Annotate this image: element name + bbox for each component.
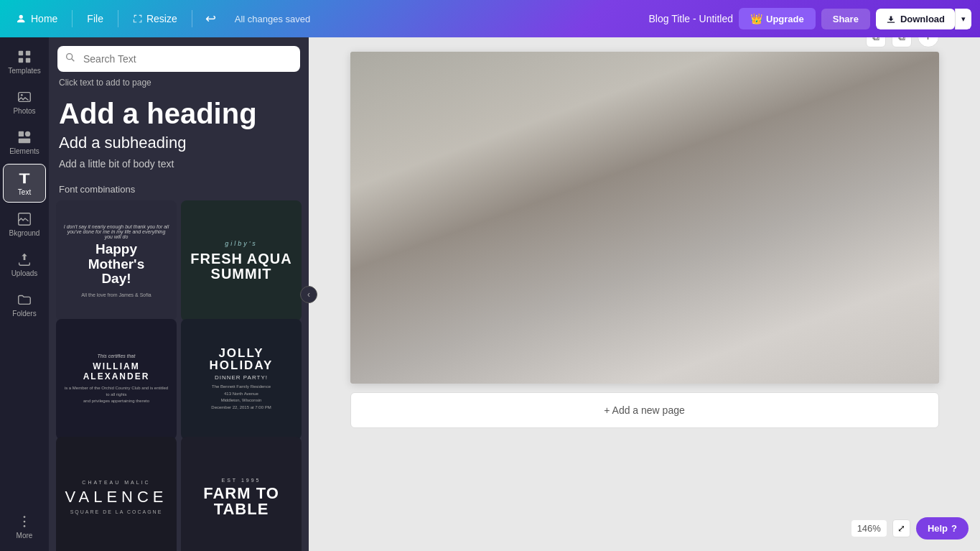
search-icon bbox=[65, 52, 76, 66]
svg-rect-9 bbox=[19, 139, 31, 143]
mothers-main-text: HappyMother'sDay! bbox=[88, 242, 144, 287]
text-options: Add a heading Add a subheading Add a lit… bbox=[49, 95, 309, 178]
help-button[interactable]: Help ? bbox=[916, 517, 969, 540]
canvas-top-toolbar: ⧉ ⧉ + bbox=[866, 37, 939, 47]
font-card-valence[interactable]: CHATEAU MALIC VALENCE SQUARE DE LA COCAG… bbox=[56, 437, 177, 551]
text-icon bbox=[17, 170, 32, 186]
add-heading-button[interactable]: Add a heading bbox=[59, 98, 299, 129]
svg-rect-7 bbox=[19, 131, 24, 136]
svg-point-6 bbox=[21, 94, 23, 96]
add-body-button[interactable]: Add a little bit of body text bbox=[59, 158, 299, 170]
main-content: Templates Photos Elements Text Bkground … bbox=[0, 37, 980, 551]
sidebar-item-background[interactable]: Bkground bbox=[3, 205, 46, 243]
resize-label: Resize bbox=[146, 13, 177, 24]
search-input[interactable] bbox=[57, 46, 300, 72]
home-label: Home bbox=[31, 13, 57, 24]
download-label: Download bbox=[900, 14, 945, 24]
sidebar-icons: Templates Photos Elements Text Bkground … bbox=[0, 37, 49, 551]
uploads-label: Uploads bbox=[11, 269, 38, 277]
jolly-details: The Bennett Family Residence413 North Av… bbox=[211, 384, 271, 411]
image-icon bbox=[17, 89, 32, 105]
doc-title: Blog Title - Untitled bbox=[649, 13, 734, 24]
jolly-sub: DINNER PARTY! bbox=[215, 374, 268, 381]
sidebar-item-uploads[interactable]: Uploads bbox=[3, 246, 46, 283]
font-card-jolly-holiday[interactable]: JOLLYHOLIDAY DINNER PARTY! The Bennett F… bbox=[181, 319, 302, 440]
download-button[interactable]: Download bbox=[876, 9, 955, 29]
farm-est: EST 1995 bbox=[221, 478, 261, 483]
sidebar-item-more[interactable]: More bbox=[3, 508, 46, 545]
upload-icon bbox=[17, 251, 32, 267]
folders-label: Folders bbox=[12, 310, 36, 318]
william-desc: is a Member of the Orchid Country Club a… bbox=[63, 385, 169, 404]
grid-icon bbox=[17, 49, 32, 65]
text-label: Text bbox=[18, 188, 31, 196]
svg-rect-0 bbox=[887, 22, 895, 22]
william-cert: This certifies that bbox=[98, 353, 136, 358]
add-page-label: + Add a new page bbox=[604, 404, 685, 416]
text-panel: Click text to add to page Add a heading … bbox=[49, 37, 309, 551]
zoom-level: 146% bbox=[851, 520, 887, 537]
svg-rect-4 bbox=[26, 58, 30, 62]
elements-label: Elements bbox=[9, 147, 39, 155]
svg-rect-1 bbox=[19, 51, 23, 55]
topbar-left: Home File Resize ↩ All changes saved bbox=[9, 8, 643, 29]
jolly-main: JOLLYHOLIDAY bbox=[210, 347, 274, 371]
file-button[interactable]: File bbox=[78, 9, 112, 29]
font-card-fresh-aqua[interactable]: gilby's FRESH AQUASUMMIT bbox=[181, 200, 302, 321]
svg-line-15 bbox=[72, 59, 75, 62]
download-group: Download ▾ bbox=[876, 9, 971, 29]
add-subheading-button[interactable]: Add a subheading bbox=[59, 134, 299, 152]
sidebar-item-folders[interactable]: Folders bbox=[3, 286, 46, 323]
background-label: Bkground bbox=[9, 229, 40, 237]
share-button[interactable]: Share bbox=[821, 9, 870, 29]
save-status: All changes saved bbox=[235, 14, 311, 24]
upgrade-button[interactable]: 👑 Upgrade bbox=[739, 8, 816, 29]
font-card-farm-to-table[interactable]: EST 1995 FARM TOTABLE bbox=[181, 437, 302, 551]
svg-rect-5 bbox=[19, 93, 31, 102]
photos-label: Photos bbox=[13, 107, 35, 115]
aqua-main-text: FRESH AQUASUMMIT bbox=[190, 251, 291, 282]
font-combos-label: Font combinations bbox=[49, 178, 309, 200]
svg-point-14 bbox=[67, 54, 73, 60]
sidebar-item-elements[interactable]: Elements bbox=[3, 124, 46, 161]
file-label: File bbox=[87, 13, 103, 24]
download-dropdown-button[interactable]: ▾ bbox=[955, 9, 971, 29]
sidebar-item-text[interactable]: Text bbox=[3, 164, 46, 203]
sidebar-item-templates[interactable]: Templates bbox=[3, 43, 46, 80]
farm-main: FARM TOTABLE bbox=[203, 486, 279, 517]
svg-point-12 bbox=[24, 521, 26, 523]
search-bar bbox=[49, 37, 309, 78]
more-icon bbox=[17, 514, 32, 529]
topbar-divider-2 bbox=[118, 10, 118, 27]
font-card-william-alexander[interactable]: This certifies that WILLIAM ALEXANDER is… bbox=[56, 319, 177, 440]
canvas-copy-button[interactable]: ⧉ bbox=[866, 37, 886, 47]
valence-main: VALENCE bbox=[65, 488, 167, 506]
add-page-button[interactable]: + Add a new page bbox=[350, 392, 939, 428]
resize-button[interactable]: Resize bbox=[124, 9, 186, 29]
search-input-wrap bbox=[57, 46, 300, 72]
templates-label: Templates bbox=[8, 67, 41, 75]
topbar-divider-3 bbox=[192, 10, 192, 27]
canvas-page bbox=[350, 52, 939, 384]
text-panel-wrapper: Click text to add to page Add a heading … bbox=[49, 37, 309, 551]
mothers-sub-text: I don't say it nearly enough but thank y… bbox=[63, 224, 169, 239]
canvas-add-button[interactable]: + bbox=[918, 37, 939, 47]
valence-brand: CHATEAU MALIC bbox=[82, 480, 150, 485]
home-button[interactable]: Home bbox=[9, 9, 66, 29]
topbar-divider-1 bbox=[72, 10, 73, 27]
canvas-duplicate-button[interactable]: ⧉ bbox=[892, 37, 912, 47]
collapse-panel-button[interactable]: ‹ bbox=[300, 286, 317, 303]
zoom-expand-button[interactable]: ⤢ bbox=[892, 519, 910, 537]
crown-icon: 👑 bbox=[750, 13, 762, 24]
canvas-area[interactable]: ⧉ ⧉ + bbox=[309, 37, 980, 551]
svg-point-13 bbox=[24, 525, 26, 527]
help-label: Help bbox=[928, 523, 948, 534]
sidebar-item-photos[interactable]: Photos bbox=[3, 83, 46, 121]
background-icon bbox=[17, 211, 32, 227]
help-icon: ? bbox=[951, 523, 957, 534]
elements-icon bbox=[17, 129, 32, 145]
undo-button[interactable]: ↩ bbox=[198, 8, 223, 29]
font-grid: I don't say it nearly enough but thank y… bbox=[49, 200, 309, 551]
font-card-mothers-day[interactable]: I don't say it nearly enough but thank y… bbox=[56, 200, 177, 321]
topbar-right: Blog Title - Untitled 👑 Upgrade Share Do… bbox=[649, 8, 971, 29]
